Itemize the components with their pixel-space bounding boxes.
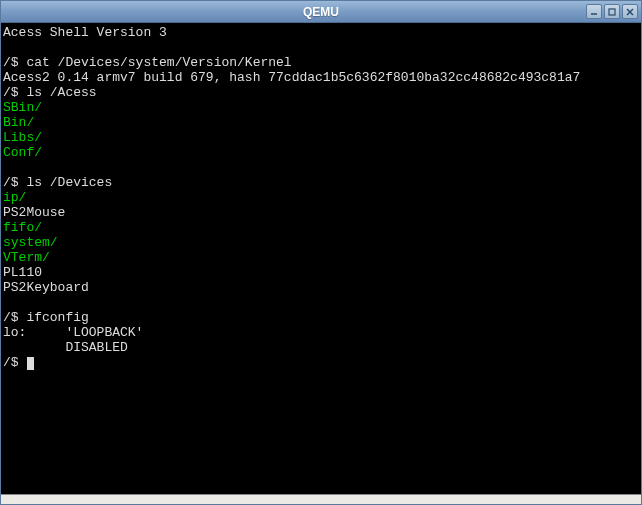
prompt: /$ [3,355,26,370]
file-entry: PS2Mouse [3,205,65,220]
svg-rect-1 [609,9,615,15]
dir-entry: Libs/ [3,130,42,145]
dir-entry: ip/ [3,190,26,205]
command-text: ls /Devices [26,175,112,190]
dir-entry: VTerm/ [3,250,50,265]
output-line: Acess2 0.14 armv7 build 679, hash 77cdda… [3,70,580,85]
dir-entry: Conf/ [3,145,42,160]
file-entry: PS2Keyboard [3,280,89,295]
maximize-icon [608,8,616,16]
output-line: lo: 'LOOPBACK' [3,325,143,340]
maximize-button[interactable] [604,4,620,19]
dir-entry: Bin/ [3,115,34,130]
command-text: ls /Acess [26,85,96,100]
close-button[interactable] [622,4,638,19]
dir-entry: SBin/ [3,100,42,115]
dir-entry: system/ [3,235,58,250]
prompt: /$ [3,85,26,100]
prompt: /$ [3,310,26,325]
titlebar[interactable]: QEMU [1,1,641,23]
minimize-button[interactable] [586,4,602,19]
window-title: QEMU [303,5,339,19]
cursor-icon [27,357,34,370]
output-line: DISABLED [3,340,128,355]
close-icon [626,8,634,16]
file-entry: PL110 [3,265,42,280]
command-text: ifconfig [26,310,88,325]
dir-entry: fifo/ [3,220,42,235]
qemu-window: QEMU Acess Shell Version 3 /$ cat /Devic… [0,0,642,505]
prompt: /$ [3,175,26,190]
shell-banner: Acess Shell Version 3 [3,25,167,40]
minimize-icon [590,8,598,16]
prompt: /$ [3,55,26,70]
statusbar [1,494,641,504]
terminal-output[interactable]: Acess Shell Version 3 /$ cat /Devices/sy… [1,23,641,494]
window-controls [586,4,638,19]
command-text: cat /Devices/system/Version/Kernel [26,55,291,70]
